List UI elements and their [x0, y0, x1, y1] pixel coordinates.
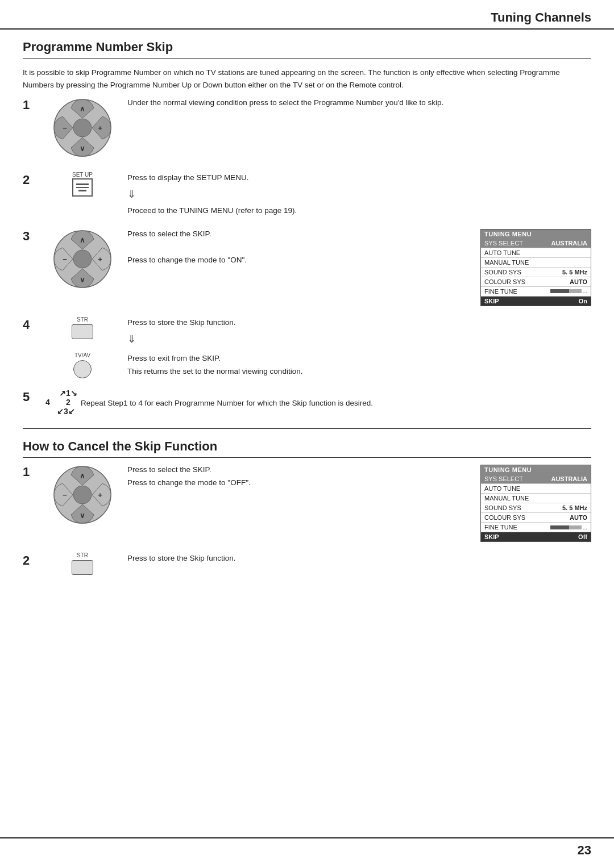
dpad-svg-1: ∧ ∨ − +	[51, 97, 114, 159]
step-2-text: Press to display the SETUP MENU. ⇓ Proce…	[127, 172, 591, 217]
svg-text:∨: ∨	[80, 144, 85, 153]
tm-row-sound-sys-1: SOUND SYS 5. 5 MHz	[481, 268, 591, 277]
tm-header-1: TUNING MENU	[481, 229, 591, 239]
step-4-left2: TV/AV	[45, 352, 119, 378]
steps-section1: 1	[23, 97, 591, 418]
svg-point-7	[73, 250, 92, 268]
step-3: 3 ∧ ∨ − +	[23, 228, 591, 306]
tm-row-fine-tune-2: FINE TUNE ...	[481, 523, 591, 532]
setup-icon	[72, 178, 93, 197]
step-s2-number-2: 2	[23, 553, 40, 568]
svg-text:−: −	[63, 124, 67, 132]
step-number-5: 5	[23, 390, 40, 404]
setup-line-1	[76, 183, 89, 185]
step-2-content: SET UP Press to display the SETUP MENU. …	[45, 172, 591, 217]
step-s2-1-text1: Press to select the SKIP.	[127, 465, 211, 474]
svg-text:∧: ∧	[80, 471, 85, 480]
step-3-text: Press to select the SKIP. Press to chang…	[127, 228, 475, 267]
header-title: Tuning Channels	[491, 10, 591, 25]
page-header: Tuning Channels	[0, 0, 614, 30]
footer-line	[0, 837, 614, 838]
tvav-label: TV/AV	[74, 352, 90, 358]
step-s2-2-content: STR Press to store the Skip function.	[45, 552, 591, 575]
step-2: 2 SET UP Press to display the SETUP MENU…	[23, 172, 591, 217]
svg-text:−: −	[63, 491, 67, 499]
svg-text:∧: ∧	[80, 236, 85, 244]
svg-text:+: +	[98, 255, 102, 264]
step-s2-2-left: STR	[45, 552, 119, 575]
step-4: 4 STR Press to store the Skip function. …	[23, 316, 591, 379]
step-4-text2: Press to exit from the SKIP. This return…	[127, 352, 302, 378]
step-s2-2-text: Press to store the Skip function.	[127, 552, 591, 565]
tm-row-sys-select-1: SYS SELECT AUSTRALIA	[481, 239, 591, 248]
step-4-left: STR	[45, 316, 119, 339]
svg-text:∧: ∧	[80, 105, 85, 113]
step-2-text1: Press to display the SETUP MENU.	[127, 173, 249, 182]
step-1-left: ∧ ∨ − +	[45, 97, 119, 161]
svg-text:∨: ∨	[80, 276, 85, 284]
tm-row-skip-2: SKIP Off	[481, 532, 591, 541]
setup-line-3	[78, 190, 86, 191]
tm-row-fine-tune-1: FINE TUNE ...	[481, 287, 591, 297]
tm-row-sys-select-2: SYS SELECT AUSTRALIA	[481, 474, 591, 484]
step-4-arrow: ⇓	[127, 331, 236, 348]
step-1-text: Under the normal viewing condition press…	[127, 97, 591, 110]
section-divider	[23, 428, 591, 429]
step-2-text2: Proceed to the TUNING MENU (refer to pag…	[127, 206, 297, 215]
section1-title: Programme Number Skip	[23, 40, 591, 59]
tvav-button	[73, 360, 92, 378]
fine-tune-bar-1: ...	[550, 288, 587, 295]
step-5-desc: Repeat Step1 to 4 for each Programme Num…	[81, 399, 373, 407]
step-4-text1: Press to store the Skip function. ⇓	[127, 316, 236, 349]
tm-header-2: TUNING MENU	[481, 465, 591, 474]
tm-row-auto-tune-1: AUTO TUNE	[481, 248, 591, 258]
svg-text:−: −	[63, 255, 67, 264]
num-diagram: ↗1↘ 4 2 ↙3↙	[45, 389, 77, 418]
dpad-svg-3: ∧ ∨ − +	[51, 228, 114, 290]
step-s2-1: 1 ∧ ∨ − +	[23, 464, 591, 542]
tm-row-auto-tune-2: AUTO TUNE	[481, 484, 591, 494]
step-number-3: 3	[23, 229, 40, 244]
intro-text: It is possible to skip Programme Number …	[23, 66, 591, 91]
step-number-1: 1	[23, 98, 40, 112]
step-4-desc3: This returns the set to the normal viewi…	[127, 367, 302, 375]
step-3-left: ∧ ∨ − +	[45, 228, 119, 293]
svg-point-13	[73, 486, 92, 504]
page-number: 23	[578, 843, 591, 858]
str-label: STR	[77, 316, 88, 323]
tuning-menu-1: TUNING MENU SYS SELECT AUSTRALIA AUTO TU…	[480, 229, 591, 306]
step-number-2: 2	[23, 173, 40, 187]
step-s2-1-left: ∧ ∨ − +	[45, 464, 119, 528]
tm-row-manual-tune-2: MANUAL TUNE	[481, 494, 591, 503]
dpad-3: ∧ ∨ − +	[51, 228, 114, 290]
tm-row-colour-sys-2: COLOUR SYS AUTO	[481, 513, 591, 523]
setup-line-2	[76, 187, 89, 189]
tm-row-colour-sys-1: COLOUR SYS AUTO	[481, 277, 591, 287]
str-label-2: STR	[77, 552, 88, 558]
section2-title: How to Cancel the Skip Function	[23, 439, 591, 458]
step-s2-2-desc: Press to store the Skip function.	[127, 554, 236, 562]
svg-text:∨: ∨	[80, 511, 85, 520]
step-4-desc2: Press to exit from the SKIP.	[127, 354, 221, 362]
tuning-menu-2: TUNING MENU SYS SELECT AUSTRALIA AUTO TU…	[480, 465, 591, 542]
tm-row-skip-1: SKIP On	[481, 297, 591, 306]
step-1-content: ∧ ∨ − + Under the normal viewing conditi…	[45, 97, 591, 161]
step-3-content: ∧ ∨ − + Press to select the SKIP. Press …	[45, 228, 591, 306]
fine-tune-bar-2: ...	[550, 524, 587, 531]
svg-point-1	[73, 119, 92, 137]
step-3-text1: Press to select the SKIP.	[127, 228, 475, 241]
steps-section2: 1 ∧ ∨ − +	[23, 464, 591, 575]
dpad-1: ∧ ∨ − +	[51, 97, 114, 159]
svg-text:+: +	[98, 491, 102, 499]
step-number-4: 4	[23, 318, 40, 332]
step-5: 5 ↗1↘ 4 2 ↙3↙ Repeat Step1 to 4 for each…	[23, 389, 591, 418]
step-s2-1-text: Press to select the SKIP. Press to chang…	[127, 464, 475, 490]
step-5-content: ↗1↘ 4 2 ↙3↙ Repeat Step1 to 4 for each P…	[45, 389, 591, 418]
step-1: 1	[23, 97, 591, 161]
step-3-text2: Press to change the mode to "ON".	[127, 254, 475, 267]
step-s2-1-text2: Press to change the mode to "OFF".	[127, 478, 251, 487]
step-4-desc1: Press to store the Skip function.	[127, 318, 236, 327]
str-button-2	[72, 560, 93, 575]
tm-row-sound-sys-2: SOUND SYS 5. 5 MHz	[481, 503, 591, 513]
step-2-arrow: ⇓	[127, 186, 591, 203]
